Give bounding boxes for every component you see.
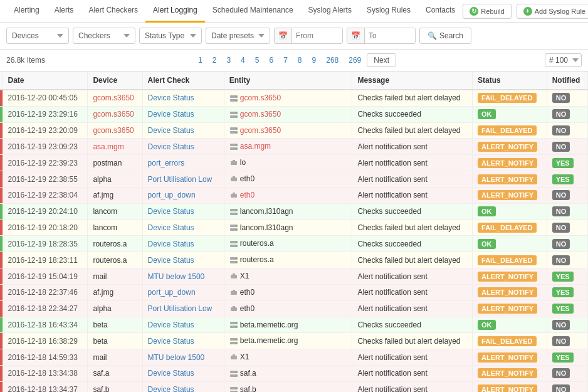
status-badge: ALERT_NOTIFY (478, 272, 537, 282)
entity-icon (229, 369, 238, 378)
entity-icon (229, 305, 238, 314)
cell-message: Alert notification sent (352, 381, 473, 392)
from-date-input[interactable] (292, 28, 342, 43)
cell-entity: lancom.l310agn (224, 203, 352, 220)
cell-alert-check[interactable]: MTU below 1500 (142, 349, 224, 366)
cell-device: routeros.a (88, 252, 142, 268)
cell-alert-check[interactable]: port_up_down (142, 284, 224, 300)
cell-alert-check[interactable]: Device Status (142, 106, 224, 122)
cell-entity: saf.b (224, 381, 352, 392)
search-button[interactable]: 🔍 Search (419, 28, 471, 44)
cell-alert-check[interactable]: Device Status (142, 333, 224, 349)
cell-message: Alert notification sent (352, 366, 473, 382)
cell-alert-check[interactable]: Device Status (142, 252, 224, 268)
nav-item-contacts[interactable]: Contacts (418, 0, 463, 23)
nav-item-alert-checkers[interactable]: Alert Checkers (81, 0, 145, 23)
cell-device[interactable]: gcom.s3650 (88, 90, 142, 106)
table-row: 2016-12-19 23:09:23asa.mgmDevice Statusa… (0, 139, 588, 155)
checkers-filter[interactable]: Checkers (73, 28, 135, 44)
pagination-top: 1 2 3 4 5 6 7 8 9 268 269 Next (194, 53, 396, 67)
rebuild-icon: ↻ (470, 7, 478, 16)
cell-entity[interactable]: gcom.s3650 (224, 122, 352, 139)
cell-entity[interactable]: asa.mgm (224, 139, 352, 155)
cell-alert-check[interactable]: Port Utilisation Low (142, 171, 224, 188)
cell-entity[interactable]: gcom.s3650 (224, 106, 352, 122)
devices-filter[interactable]: Devices (6, 28, 69, 44)
page-3[interactable]: 3 (222, 54, 235, 66)
cell-notified: YES (547, 171, 587, 188)
notified-badge: YES (552, 352, 574, 363)
cell-notified: NO (547, 106, 587, 122)
cell-entity[interactable]: gcom.s3650 (224, 90, 352, 106)
page-4[interactable]: 4 (236, 54, 249, 66)
status-badge: ALERT_NOTIFY (478, 384, 537, 392)
cell-alert-check[interactable]: Device Status (142, 317, 224, 333)
page-8[interactable]: 8 (293, 54, 307, 66)
cell-status: OK (473, 203, 547, 220)
message-header: Message (352, 72, 473, 90)
nav-item-syslog-rules[interactable]: Syslog Rules (359, 0, 418, 23)
nav-item-alerts[interactable]: Alerts (47, 0, 81, 23)
cell-alert-check[interactable]: Device Status (142, 203, 224, 220)
entity-icon (229, 175, 238, 184)
cell-alert-check[interactable]: Device Status (142, 381, 224, 392)
add-syslog-rule-button[interactable]: + Add Syslog Rule (517, 4, 588, 19)
status-badge: ALERT_NOTIFY (478, 304, 537, 314)
svg-point-56 (236, 371, 237, 373)
entity-header: Entity (224, 72, 352, 90)
page-1[interactable]: 1 (194, 54, 207, 66)
cell-notified: YES (547, 349, 587, 366)
svg-rect-18 (231, 177, 237, 181)
page-268[interactable]: 268 (322, 54, 343, 66)
next-button-top[interactable]: Next (367, 53, 396, 67)
cell-notified: NO (547, 252, 587, 268)
svg-point-10 (236, 128, 237, 129)
nav-item-alerting[interactable]: Alerting (6, 0, 47, 23)
notified-badge: NO (552, 223, 570, 233)
page-2[interactable]: 2 (208, 54, 221, 66)
svg-rect-21 (233, 193, 235, 194)
cell-status: FAIL_DELAYED (473, 333, 547, 349)
cell-date: 2016-12-19 22:38:04 (3, 187, 88, 203)
cell-alert-check[interactable]: Device Status (142, 139, 224, 155)
per-page-select-top[interactable]: # 100 # 50 # 25 (545, 53, 582, 67)
cell-device: alpha (88, 171, 142, 188)
cell-device[interactable]: asa.mgm (88, 139, 142, 155)
cell-entity[interactable]: eth0 (224, 187, 352, 203)
cell-alert-check[interactable]: Device Status (142, 122, 224, 139)
status-type-filter[interactable]: Status Type (139, 28, 202, 44)
cell-alert-check[interactable]: port_errors (142, 155, 224, 171)
cell-notified: NO (547, 90, 587, 106)
cell-notified: YES (547, 300, 587, 317)
rebuild-button[interactable]: ↻ Rebuild (463, 4, 511, 19)
cell-alert-check[interactable]: Device Status (142, 366, 224, 382)
table-row: 2016-12-20 00:45:05gcom.s3650Device Stat… (0, 90, 588, 106)
page-9[interactable]: 9 (308, 54, 321, 66)
svg-rect-20 (231, 194, 237, 198)
cell-alert-check[interactable]: Port Utilisation Low (142, 300, 224, 317)
entity-icon (229, 256, 238, 265)
page-269[interactable]: 269 (344, 54, 365, 66)
to-date-input[interactable] (365, 28, 415, 43)
nav-item-syslog-alerts[interactable]: Syslog Alerts (301, 0, 359, 23)
cell-alert-check[interactable]: port_up_down (142, 187, 224, 203)
table-row: 2016-12-19 20:24:10lancomDevice Statusla… (0, 203, 588, 220)
cell-device[interactable]: gcom.s3650 (88, 122, 142, 139)
page-6[interactable]: 6 (265, 54, 278, 66)
cell-device[interactable]: gcom.s3650 (88, 106, 142, 122)
nav-item-scheduled-maintenance[interactable]: Scheduled Maintenance (205, 0, 301, 23)
date-presets-filter[interactable]: Date presets (206, 28, 270, 44)
cell-alert-check[interactable]: MTU below 1500 (142, 268, 224, 285)
cell-alert-check[interactable]: Device Status (142, 90, 224, 106)
cell-date: 2016-12-18 22:34:27 (3, 300, 88, 317)
status-badge: FAIL_DELAYED (478, 93, 537, 103)
nav-item-alert-logging[interactable]: Alert Logging (145, 0, 205, 23)
cell-alert-check[interactable]: Device Status (142, 220, 224, 236)
cell-entity: eth0 (224, 171, 352, 188)
page-5[interactable]: 5 (251, 54, 264, 66)
cell-notified: NO (547, 381, 587, 392)
entity-icon (229, 126, 238, 135)
page-7[interactable]: 7 (279, 54, 292, 66)
table-row: 2016-12-19 18:23:11routeros.aDevice Stat… (0, 252, 588, 268)
cell-alert-check[interactable]: Device Status (142, 236, 224, 252)
